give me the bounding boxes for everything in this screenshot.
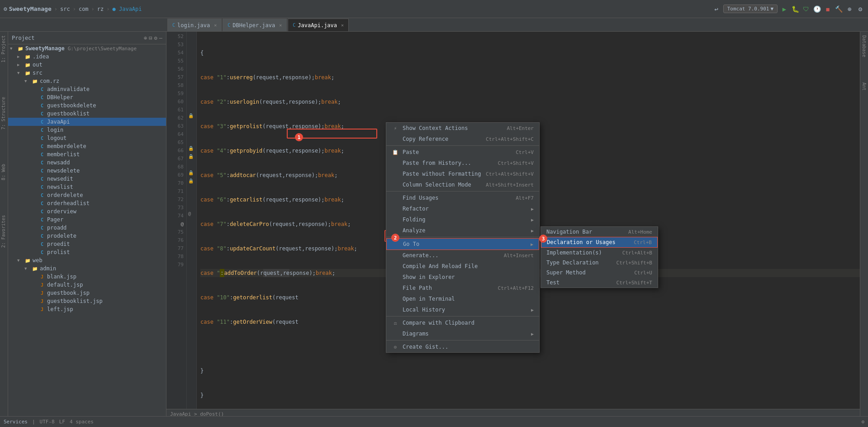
compile-icon <box>392 263 399 270</box>
tab-close-dbhelper[interactable]: ✕ <box>279 23 282 28</box>
tree-item-default-jsp[interactable]: ▶ J default.jsp <box>8 281 166 289</box>
menu-item-compile-reload[interactable]: Compile And Reload File <box>386 261 539 272</box>
tree-item-idea[interactable]: ▶ 📁 .idea <box>8 53 166 61</box>
tree-item-memberdelete[interactable]: ▶ C memberdelete <box>8 142 166 150</box>
tree-item-orderheadlist[interactable]: ▶ C orderheadlist <box>8 199 166 207</box>
orderheadlist-java-icon: C <box>38 200 46 207</box>
tree-item-guestbooklist-jsp[interactable]: ▶ J guestbooklist.jsp <box>8 297 166 305</box>
panel-tab-favorites[interactable]: 2: Favorites <box>0 211 8 251</box>
prodelete-label: prodelete <box>47 233 76 239</box>
tree-item-proadd[interactable]: ▶ C proadd <box>8 224 166 232</box>
tree-item-left-jsp[interactable]: ▶ J left.jsp <box>8 305 166 313</box>
tree-item-prodelete[interactable]: ▶ C prodelete <box>8 232 166 240</box>
tab-icon-login: C <box>172 23 175 28</box>
menu-item-folding[interactable]: Folding ▶ <box>386 214 539 225</box>
navigate-back-icon[interactable]: ↩ <box>712 5 721 13</box>
menu-item-analyze[interactable]: Analyze ▶ <box>386 225 539 236</box>
tree-item-memberlist[interactable]: ▶ C memberlist <box>8 150 166 158</box>
profile-button[interactable]: 🕐 <box>813 5 821 13</box>
tab-close-login[interactable]: ✕ <box>214 23 217 28</box>
sidebar-minimize-icon[interactable]: — <box>159 35 162 41</box>
menu-item-paste-without-formatting[interactable]: Paste without Formatting Ctrl+Alt+Shift+… <box>386 168 539 179</box>
menu-item-local-history[interactable]: Local History ▶ <box>386 304 539 315</box>
sidebar-collapse-icon[interactable]: ⊟ <box>149 35 152 41</box>
sidebar-settings-icon[interactable]: ⚙ <box>154 35 157 41</box>
tree-item-guestbookdelete[interactable]: ▶ C guestbookdelete <box>8 101 166 110</box>
coverage-button[interactable]: 🛡 <box>802 5 810 13</box>
menu-item-show-context-actions[interactable]: ⚡ Show Context Actions Alt+Enter <box>386 123 539 134</box>
submenu-item-navigation-bar[interactable]: Navigation Bar Alt+Home <box>541 227 658 237</box>
tree-item-orderview[interactable]: ▶ C orderview <box>8 207 166 216</box>
panel-tab-structure[interactable]: 7: Structure <box>0 93 8 133</box>
tree-item-root[interactable]: ▼ 📁 SweetyManage G:\project\SweetyManage <box>8 44 166 53</box>
stop-button[interactable]: ◼ <box>824 5 832 13</box>
tree-item-src[interactable]: ▼ 📁 src <box>8 69 166 77</box>
default-jsp-label: default.jsp <box>47 282 83 288</box>
menu-item-compare-clipboard[interactable]: ⚖ Compare with Clipboard <box>386 317 539 328</box>
tree-item-logout[interactable]: ▶ C logout <box>8 134 166 142</box>
tree-item-newsadd[interactable]: ▶ C newsadd <box>8 158 166 167</box>
menu-item-paste-from-history[interactable]: Paste from History... Ctrl+Shift+V <box>386 158 539 168</box>
menu-item-generate[interactable]: Generate... Alt+Insert <box>386 250 539 261</box>
tree-item-orderdelete[interactable]: ▶ C orderdelete <box>8 191 166 199</box>
submenu-item-declaration-or-usages[interactable]: Declaration or Usages Ctrl+B <box>541 237 658 248</box>
menu-item-open-in-terminal[interactable]: Open in Terminal <box>386 293 539 304</box>
sidebar-title: Project <box>12 35 35 41</box>
menu-item-create-gist[interactable]: ⊙ Create Gist... <box>386 341 539 352</box>
tree-item-out[interactable]: ▶ 📁 out <box>8 61 166 69</box>
menu-item-refactor[interactable]: Refactor ▶ <box>386 203 539 214</box>
debug-button[interactable]: 🐛 <box>791 5 799 13</box>
panel-tab-web[interactable]: 8: Web <box>0 160 8 184</box>
tab-label-login: login.java <box>177 22 210 29</box>
tree-item-javaapi[interactable]: ▶ C JavaApi <box>8 118 166 126</box>
submenu-item-super-method[interactable]: Super Method Ctrl+U <box>541 268 658 278</box>
tree-item-adminvalidate[interactable]: ▶ C adminvalidate <box>8 85 166 93</box>
submenu-item-implementations[interactable]: Implementation(s) Ctrl+Alt+B <box>541 248 658 258</box>
panel-tab-project[interactable]: 1: Project <box>0 32 8 66</box>
tab-dbhelper-java[interactable]: C DBHelper.java ✕ <box>223 19 287 31</box>
tree-item-newsdelete[interactable]: ▶ C newsdelete <box>8 167 166 175</box>
tree-item-newslist[interactable]: ▶ C newslist <box>8 183 166 191</box>
menu-item-paste[interactable]: 📋 Paste Ctrl+V <box>386 147 539 158</box>
panel-tab-database[interactable]: Database <box>861 32 868 61</box>
tree-item-guestbooklist[interactable]: ▶ C guestbooklist <box>8 110 166 118</box>
submenu-item-type-declaration[interactable]: Type Declaration Ctrl+Shift+B <box>541 258 658 268</box>
root-folder-icon: 📁 <box>17 45 24 52</box>
submenu-shortcut-test: Ctrl+Shift+T <box>617 280 652 286</box>
tree-item-guestbook-jsp[interactable]: ▶ J guestbook.jsp <box>8 289 166 297</box>
sidebar-sync-icon[interactable]: ⊕ <box>144 35 147 41</box>
menu-item-find-usages[interactable]: Find Usages Alt+F7 <box>386 192 539 203</box>
build-button[interactable]: 🔨 <box>835 5 843 13</box>
run-button[interactable]: ▶ <box>780 5 788 13</box>
tree-item-proedit[interactable]: ▶ C proedit <box>8 240 166 248</box>
tab-login-java[interactable]: C login.java ✕ <box>167 19 222 31</box>
tree-item-blank-jsp[interactable]: ▶ J blank.jsp <box>8 273 166 281</box>
tab-close-javaapi[interactable]: ✕ <box>341 23 344 28</box>
tree-item-admin[interactable]: ▼ 📁 admin <box>8 264 166 273</box>
tree-item-newsedit[interactable]: ▶ C newsedit <box>8 175 166 183</box>
run-config-selector[interactable]: Tomcat 7.0.901 ▼ <box>723 5 778 13</box>
menu-item-copy-reference[interactable]: Copy Reference Ctrl+Alt+Shift+C <box>386 134 539 144</box>
status-settings-icon[interactable]: ⚙ <box>861 419 864 425</box>
tree-item-com-rz[interactable]: ▼ 📁 com.rz <box>8 77 166 85</box>
menu-item-go-to[interactable]: Go To ▶ <box>386 238 539 250</box>
prolist-java-icon: C <box>38 249 46 256</box>
panel-tab-ant[interactable]: Ant <box>861 79 868 94</box>
submenu-item-test[interactable]: Test Ctrl+Shift+T <box>541 278 658 288</box>
tree-item-prolist[interactable]: ▶ C prolist <box>8 248 166 256</box>
search-everywhere-icon[interactable]: ⊕ <box>845 5 854 13</box>
tree-item-dbhelper[interactable]: ▶ C DBHelper <box>8 93 166 101</box>
dbhelper-java-icon: C <box>38 94 46 101</box>
tab-javaapi-java[interactable]: C JavaApi.java ✕ <box>288 19 349 31</box>
menu-item-diagrams[interactable]: Diagrams ▶ <box>386 328 539 339</box>
menu-item-show-in-explorer[interactable]: Show in Explorer <box>386 272 539 283</box>
settings-icon[interactable]: ⚙ <box>856 5 864 13</box>
services-label[interactable]: Services <box>4 419 28 425</box>
menu-item-file-path[interactable]: File Path Ctrl+Alt+F12 <box>386 283 539 293</box>
submenu-label-navigation-bar: Navigation Bar <box>546 229 625 235</box>
menu-item-column-selection-mode[interactable]: Column Selection Mode Alt+Shift+Insert <box>386 179 539 190</box>
adminvalidate-label: adminvalidate <box>47 86 90 92</box>
tree-item-pager[interactable]: ▶ C Pager <box>8 216 166 224</box>
tree-item-web[interactable]: ▼ 📁 web <box>8 256 166 264</box>
tree-item-login[interactable]: ▶ C login <box>8 126 166 134</box>
